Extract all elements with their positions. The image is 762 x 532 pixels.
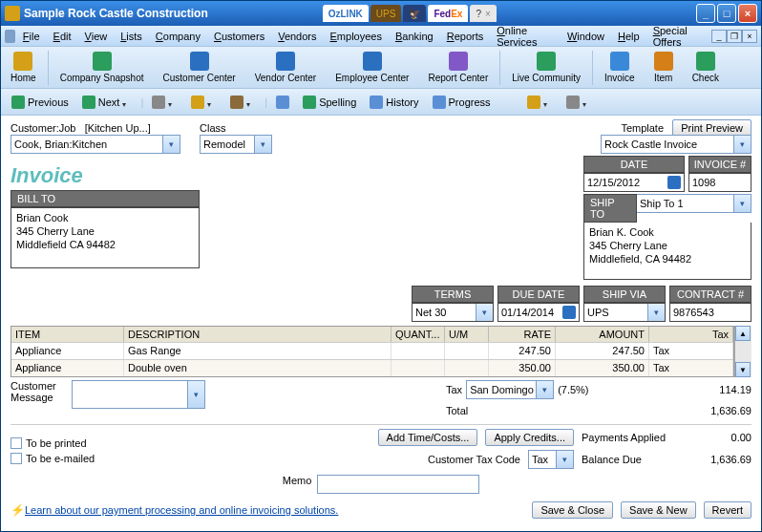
tobeprinted-label: To be printed [26, 437, 87, 449]
col-item: ITEM [11, 327, 124, 342]
chevron-down-icon[interactable] [733, 136, 751, 153]
minimize-button[interactable]: _ [696, 4, 715, 23]
duedate-input[interactable]: 01/14/2014 [497, 303, 580, 322]
menu-file[interactable]: File [17, 29, 46, 44]
chevron-down-icon[interactable] [254, 136, 271, 153]
shipvia-combo[interactable]: UPS [583, 303, 666, 322]
toolbar-invoice[interactable]: Invoice [595, 50, 645, 85]
col-quant: QUANT... [392, 327, 445, 342]
toolbar-customer-center[interactable]: Customer Center [154, 50, 245, 85]
table-row[interactable]: ApplianceGas Range247.50247.50Tax [11, 342, 733, 359]
toolbar-employee-center[interactable]: Employee Center [326, 50, 418, 85]
toolbar-live-community[interactable]: Live Community [502, 50, 590, 85]
saveclose-button[interactable]: Save & Close [532, 501, 613, 519]
applycredits-button[interactable]: Apply Credits... [485, 429, 574, 446]
next-button[interactable]: Next [77, 94, 138, 111]
learn-link[interactable]: Learn about our payment processing and o… [25, 504, 338, 516]
revert-button[interactable]: Revert [704, 501, 751, 519]
template-label: Template [621, 122, 664, 134]
menu-reports[interactable]: Reports [441, 29, 490, 44]
tobeemailed-checkbox[interactable] [11, 453, 22, 464]
tab-ozlink[interactable]: OzLINK [323, 5, 369, 22]
calendar-icon[interactable] [667, 176, 681, 189]
menu-employees[interactable]: Employees [325, 29, 388, 44]
tax-item-combo[interactable]: San Domingo [466, 380, 554, 399]
progress-button[interactable]: Progress [428, 94, 496, 111]
scrollbar[interactable]: ▲ ▼ [734, 326, 751, 377]
col-tax: Tax [649, 327, 733, 342]
history-button[interactable]: History [365, 94, 423, 111]
tobeprinted-checkbox[interactable] [11, 437, 22, 449]
savenew-button[interactable]: Save & New [621, 501, 696, 519]
chevron-down-icon[interactable] [556, 451, 573, 468]
class-combo[interactable]: Remodel [200, 135, 272, 154]
kitchen-hint: [Kitchen Up...] [85, 122, 151, 134]
date-input[interactable]: 12/15/2012 [583, 173, 685, 192]
shipto-box[interactable]: Brian K. Cook 345 Cherry Lane Middlefiel… [583, 223, 751, 280]
menu-online-services[interactable]: Online Services [491, 23, 560, 50]
col-desc: DESCRIPTION [124, 327, 392, 342]
toolbar-company-snapshot[interactable]: Company Snapshot [51, 50, 154, 85]
custmsg-combo[interactable] [72, 380, 205, 409]
template-combo[interactable]: Rock Castle Invoice [601, 135, 751, 154]
menu-banking[interactable]: Banking [390, 29, 439, 44]
calendar-icon[interactable] [562, 306, 576, 319]
menu-special-offers[interactable]: Special Offers [647, 23, 709, 50]
memo-input[interactable] [317, 475, 479, 494]
mdi-restore[interactable]: ❐ [727, 30, 742, 43]
find-button[interactable] [271, 94, 294, 111]
menu-help[interactable]: Help [612, 29, 646, 44]
toolbar-item[interactable]: Item [645, 50, 683, 85]
col-um: U/M [445, 327, 489, 342]
mdi-minimize[interactable]: _ [711, 30, 727, 43]
close-button[interactable]: × [738, 4, 757, 23]
tab-fedex[interactable]: FedEx [428, 5, 468, 22]
chevron-down-icon[interactable] [187, 381, 204, 408]
chevron-down-icon[interactable] [647, 304, 665, 321]
scroll-up-icon[interactable]: ▲ [735, 326, 751, 341]
titlebar-tabs: OzLINK UPS 🦅 FedEx ? [323, 5, 497, 22]
contract-input[interactable]: 9876543 [669, 303, 751, 322]
chevron-down-icon[interactable] [476, 304, 493, 321]
maximize-button[interactable]: □ [717, 4, 736, 23]
customize-dropdown[interactable] [561, 94, 597, 111]
custtax-label: Customer Tax Code [428, 454, 520, 465]
menu-icon [5, 30, 15, 43]
spelling-button[interactable]: Spelling [298, 94, 361, 111]
invnum-input[interactable]: 1098 [688, 173, 751, 192]
menu-window[interactable]: Window [561, 29, 610, 44]
menu-lists[interactable]: Lists [115, 29, 148, 44]
tab-help[interactable]: ? [470, 5, 496, 22]
letters-dropdown[interactable] [522, 94, 558, 111]
toolbar-home[interactable]: Home [1, 50, 46, 85]
print-dropdown[interactable] [147, 94, 182, 111]
terms-combo[interactable]: Net 30 [412, 303, 494, 322]
chevron-down-icon[interactable] [162, 136, 180, 153]
chevron-down-icon[interactable] [733, 195, 751, 212]
email-dropdown[interactable] [186, 94, 222, 111]
customer-combo[interactable]: Cook, Brian:Kitchen [11, 135, 180, 154]
addtime-button[interactable]: Add Time/Costs... [378, 429, 478, 446]
toolbar-report-center[interactable]: Report Center [418, 50, 497, 85]
shipto-combo[interactable]: Ship To 1 [637, 194, 751, 213]
ship-dropdown[interactable] [225, 94, 261, 111]
chevron-down-icon[interactable] [536, 381, 553, 398]
menu-customers[interactable]: Customers [208, 29, 270, 44]
tab-usps[interactable]: 🦅 [403, 5, 426, 22]
mdi-controls: _ ❐ × [711, 30, 757, 43]
menu-vendors[interactable]: Vendors [272, 29, 322, 44]
menu-company[interactable]: Company [150, 29, 206, 44]
scroll-down-icon[interactable]: ▼ [735, 362, 751, 377]
toolbar-check[interactable]: Check [683, 50, 729, 85]
customer-center-icon [190, 52, 209, 71]
previous-button[interactable]: Previous [7, 94, 74, 111]
table-row[interactable]: ApplianceDouble oven350.00350.00Tax [11, 359, 733, 376]
menu-view[interactable]: View [79, 29, 114, 44]
menu-edit[interactable]: Edit [48, 29, 77, 44]
custtax-combo[interactable]: Tax [528, 450, 574, 469]
report-center-icon [449, 52, 468, 71]
billto-box[interactable]: Brian Cook 345 Cherry Lane Middlefield C… [11, 207, 200, 268]
tab-ups[interactable]: UPS [370, 5, 402, 22]
mdi-close[interactable]: × [742, 30, 757, 43]
toolbar-vendor-center[interactable]: Vendor Center [245, 50, 327, 85]
